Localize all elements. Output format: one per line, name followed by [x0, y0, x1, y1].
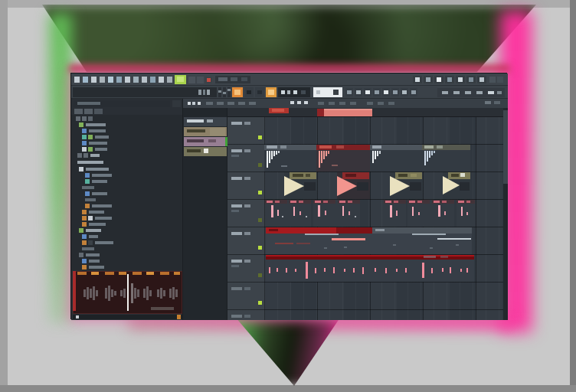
clips-track2-audio-item[interactable]	[319, 145, 332, 149]
track-headers-item[interactable]	[258, 191, 262, 194]
track-headers-item[interactable]	[258, 136, 262, 139]
playlist-toolbar-icons-item[interactable]	[217, 102, 224, 105]
clips-track2-audio-item[interactable]	[267, 145, 277, 149]
browser-panel-item[interactable]	[82, 240, 87, 245]
pattern-picker-item[interactable]	[187, 119, 204, 122]
menu-toolbar-icons-item[interactable]	[207, 78, 211, 82]
track-headers-item[interactable]	[231, 204, 242, 207]
clips-track3-oneshots-item[interactable]	[357, 182, 368, 191]
menu-toolbar-icons-item[interactable]	[415, 77, 420, 82]
browser-panel-item[interactable]	[74, 109, 83, 114]
clips-track4-drums-item[interactable]	[299, 211, 301, 215]
pattern-picker-item[interactable]	[225, 137, 227, 146]
browser-panel-item[interactable]	[88, 216, 93, 220]
transport-bar-item[interactable]	[333, 90, 339, 95]
playlist-toolbar-icons-item[interactable]	[318, 102, 324, 105]
transport-bar-item[interactable]	[73, 87, 217, 97]
clips-track4-drums-item[interactable]	[271, 205, 273, 217]
transport-bar-item[interactable]	[287, 90, 290, 94]
track-headers-item[interactable]	[244, 204, 250, 207]
menu-toolbar-icons-item[interactable]	[159, 77, 164, 83]
sample-preview-item[interactable]	[114, 291, 116, 296]
sample-preview-item[interactable]	[77, 272, 87, 275]
clips-track2-audio-item[interactable]	[379, 151, 381, 154]
playlist-toolbar-icons-item[interactable]	[198, 102, 201, 105]
clips-track6-perc-item[interactable]	[277, 268, 278, 272]
menu-toolbar-icons-item[interactable]	[108, 77, 113, 83]
browser-panel-item[interactable]	[172, 100, 181, 107]
clips-track6-perc-item[interactable]	[324, 268, 326, 272]
track-headers-item[interactable]	[244, 122, 250, 125]
sample-preview-item[interactable]	[160, 272, 169, 275]
clips-track5-midi-item[interactable]	[269, 229, 278, 231]
browser-panel-item[interactable]	[77, 102, 100, 105]
clips-track4-drums-item[interactable]	[355, 216, 356, 217]
clips-track5-midi-item[interactable]	[305, 234, 339, 235]
clips-track5-midi-item[interactable]	[375, 229, 385, 231]
clips-track5-midi-item[interactable]	[296, 243, 310, 244]
sample-preview-item[interactable]	[134, 288, 136, 299]
playlist-scrollbar-item[interactable]	[503, 110, 508, 184]
menu-toolbar-icons-item[interactable]	[125, 77, 130, 83]
clips-track4-drums-item[interactable]	[434, 201, 440, 203]
browser-panel-item[interactable]	[92, 174, 112, 177]
clips-track3-oneshots-item[interactable]	[460, 173, 465, 177]
menu-toolbar-icons-item[interactable]	[133, 77, 139, 83]
browser-panel-item[interactable]	[88, 135, 93, 139]
browser-panel-item[interactable]	[92, 192, 107, 195]
clips-track4-drums-item[interactable]	[457, 200, 475, 227]
daw-window[interactable]	[70, 73, 507, 319]
transport-bar-item[interactable]	[476, 91, 483, 94]
clips-track2-audio-item[interactable]	[424, 151, 426, 165]
clips-track3-oneshots-item[interactable]	[306, 174, 310, 177]
clips-track6-perc-item[interactable]	[375, 268, 376, 272]
clips-track3-oneshots-item[interactable]	[390, 176, 410, 196]
transport-bar-item[interactable]	[497, 91, 502, 94]
sample-preview-item[interactable]	[105, 288, 107, 299]
track-headers-item[interactable]	[231, 232, 242, 235]
transport-bar-item[interactable]	[293, 90, 297, 94]
transport-bar-item[interactable]	[268, 90, 274, 95]
clips-track5-midi-item[interactable]	[456, 244, 459, 246]
clips-track5-midi-item[interactable]	[344, 247, 347, 248]
clips-track6-perc-item[interactable]	[396, 269, 398, 272]
pattern-picker-item[interactable]	[208, 139, 216, 142]
clips-track4-drums-item[interactable]	[438, 205, 440, 217]
track-headers-item[interactable]	[244, 177, 250, 180]
transport-bar-item[interactable]	[247, 90, 251, 94]
clips-track2-audio-item[interactable]	[271, 151, 273, 159]
browser-panel-item[interactable]	[86, 123, 106, 126]
browser-panel-item[interactable]	[86, 253, 100, 256]
clips-track6-perc-item[interactable]	[362, 267, 364, 274]
transport-bar-item[interactable]	[316, 90, 320, 94]
sample-preview-item[interactable]	[160, 288, 162, 299]
sample-preview-item[interactable]	[157, 289, 159, 297]
clips-track2-audio-item[interactable]	[321, 151, 322, 163]
browser-panel-item[interactable]	[82, 129, 87, 133]
track-headers-item[interactable]	[231, 287, 242, 290]
clips-track2-audio-item[interactable]	[269, 151, 270, 163]
clips-track4-drums-item[interactable]	[417, 201, 422, 203]
sample-preview-item[interactable]	[146, 272, 154, 275]
track-headers-item[interactable]	[244, 287, 250, 290]
browser-panel-item[interactable]	[89, 235, 98, 238]
playlist-toolbar-icons-item[interactable]	[206, 102, 213, 105]
timeline-markers-item[interactable]	[317, 109, 324, 116]
clips-track6-perc-item[interactable]	[450, 267, 451, 273]
transport-bar-item[interactable]	[393, 90, 398, 94]
menu-toolbar-icons-item[interactable]	[100, 77, 105, 83]
clips-track5-midi-item[interactable]	[393, 244, 396, 246]
playlist-toolbar-icons-item[interactable]	[238, 102, 245, 105]
clips-track4-drums-item[interactable]	[348, 201, 352, 203]
browser-panel-item[interactable]	[89, 142, 107, 145]
clips-track2-audio-item[interactable]	[323, 151, 325, 159]
clips-track4-drums-item[interactable]	[325, 211, 326, 215]
transport-bar-item[interactable]	[203, 90, 205, 95]
clips-track5-midi-item[interactable]	[430, 247, 433, 249]
transport-bar-item[interactable]	[301, 90, 306, 94]
menu-toolbar-icons-item[interactable]	[150, 77, 155, 83]
menu-toolbar-icons-item[interactable]	[447, 77, 452, 82]
sample-preview-item[interactable]	[90, 289, 92, 298]
browser-panel-item[interactable]	[82, 216, 87, 220]
track-headers-item[interactable]	[231, 260, 242, 263]
